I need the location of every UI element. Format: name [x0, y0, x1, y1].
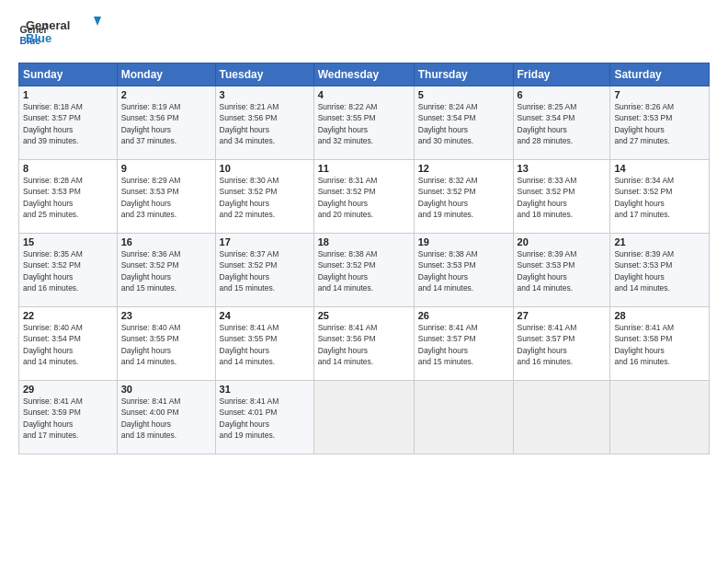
day-number: 27	[518, 310, 607, 321]
day-info: Sunrise: 8:18 AMSunset: 3:57 PMDaylight …	[23, 102, 83, 145]
calendar-cell: 11 Sunrise: 8:31 AMSunset: 3:52 PMDaylig…	[313, 160, 414, 234]
day-number: 30	[121, 384, 211, 395]
calendar-cell: 14 Sunrise: 8:34 AMSunset: 3:52 PMDaylig…	[610, 160, 710, 234]
calendar-cell: 9 Sunrise: 8:29 AMSunset: 3:53 PMDayligh…	[117, 160, 215, 234]
calendar-cell: 12 Sunrise: 8:32 AMSunset: 3:52 PMDaylig…	[414, 160, 513, 234]
calendar-cell: 17 Sunrise: 8:37 AMSunset: 3:52 PMDaylig…	[215, 234, 313, 307]
day-info: Sunrise: 8:32 AMSunset: 3:52 PMDaylight …	[418, 176, 478, 219]
calendar-cell	[513, 381, 610, 454]
svg-text:General: General	[26, 18, 70, 32]
weekday-header: Friday	[513, 63, 610, 86]
day-info: Sunrise: 8:26 AMSunset: 3:53 PMDaylight …	[614, 102, 674, 145]
calendar-cell: 3 Sunrise: 8:21 AMSunset: 3:56 PMDayligh…	[215, 86, 313, 160]
day-number: 16	[121, 236, 211, 247]
day-info: Sunrise: 8:41 AMSunset: 4:01 PMDaylight …	[220, 396, 279, 440]
day-number: 6	[518, 89, 607, 100]
day-number: 9	[121, 163, 211, 174]
day-number: 18	[318, 236, 410, 247]
logo: General Blue General Blue	[18, 15, 108, 55]
calendar-cell: 23 Sunrise: 8:40 AMSunset: 3:55 PMDaylig…	[117, 307, 215, 381]
day-number: 5	[418, 89, 509, 100]
day-info: Sunrise: 8:19 AMSunset: 3:56 PMDaylight …	[121, 102, 181, 145]
day-info: Sunrise: 8:36 AMSunset: 3:52 PMDaylight …	[121, 249, 181, 293]
day-info: Sunrise: 8:38 AMSunset: 3:53 PMDaylight …	[418, 249, 478, 293]
calendar-cell: 30 Sunrise: 8:41 AMSunset: 4:00 PMDaylig…	[117, 381, 215, 454]
calendar-cell: 4 Sunrise: 8:22 AMSunset: 3:55 PMDayligh…	[313, 86, 414, 160]
day-info: Sunrise: 8:29 AMSunset: 3:53 PMDaylight …	[121, 176, 181, 219]
day-number: 8	[23, 163, 113, 174]
calendar-cell: 16 Sunrise: 8:36 AMSunset: 3:52 PMDaylig…	[117, 234, 215, 307]
day-info: Sunrise: 8:41 AMSunset: 3:57 PMDaylight …	[518, 323, 577, 366]
calendar-cell: 20 Sunrise: 8:39 AMSunset: 3:53 PMDaylig…	[513, 234, 610, 307]
day-info: Sunrise: 8:37 AMSunset: 3:52 PMDaylight …	[220, 249, 279, 293]
day-info: Sunrise: 8:22 AMSunset: 3:55 PMDaylight …	[318, 102, 378, 145]
day-info: Sunrise: 8:40 AMSunset: 3:55 PMDaylight …	[121, 323, 181, 366]
calendar-week-row: 1 Sunrise: 8:18 AMSunset: 3:57 PMDayligh…	[19, 86, 710, 160]
day-info: Sunrise: 8:41 AMSunset: 3:57 PMDaylight …	[418, 323, 478, 366]
day-number: 13	[518, 163, 607, 174]
calendar-cell	[313, 381, 414, 454]
calendar-week-row: 15 Sunrise: 8:35 AMSunset: 3:52 PMDaylig…	[19, 234, 710, 307]
day-info: Sunrise: 8:30 AMSunset: 3:52 PMDaylight …	[220, 176, 279, 219]
weekday-header: Monday	[117, 63, 215, 86]
day-info: Sunrise: 8:39 AMSunset: 3:53 PMDaylight …	[614, 249, 674, 293]
day-info: Sunrise: 8:35 AMSunset: 3:52 PMDaylight …	[23, 249, 83, 293]
day-number: 4	[318, 89, 410, 100]
header: General Blue General Blue	[18, 15, 710, 55]
day-number: 3	[220, 89, 310, 100]
day-number: 14	[614, 163, 705, 174]
calendar-cell: 2 Sunrise: 8:19 AMSunset: 3:56 PMDayligh…	[117, 86, 215, 160]
calendar-week-row: 22 Sunrise: 8:40 AMSunset: 3:54 PMDaylig…	[19, 307, 710, 381]
day-info: Sunrise: 8:41 AMSunset: 3:56 PMDaylight …	[318, 323, 378, 366]
calendar-cell	[610, 381, 710, 454]
day-info: Sunrise: 8:41 AMSunset: 3:59 PMDaylight …	[23, 396, 83, 440]
day-number: 21	[614, 236, 705, 247]
calendar-cell: 31 Sunrise: 8:41 AMSunset: 4:01 PMDaylig…	[215, 381, 313, 454]
weekday-header: Wednesday	[313, 63, 414, 86]
day-number: 22	[23, 310, 113, 321]
calendar-cell: 26 Sunrise: 8:41 AMSunset: 3:57 PMDaylig…	[414, 307, 513, 381]
day-number: 23	[121, 310, 211, 321]
day-number: 31	[220, 384, 310, 395]
calendar-cell: 18 Sunrise: 8:38 AMSunset: 3:52 PMDaylig…	[313, 234, 414, 307]
calendar-cell: 19 Sunrise: 8:38 AMSunset: 3:53 PMDaylig…	[414, 234, 513, 307]
calendar-cell: 28 Sunrise: 8:41 AMSunset: 3:58 PMDaylig…	[610, 307, 710, 381]
day-info: Sunrise: 8:41 AMSunset: 3:58 PMDaylight …	[614, 323, 674, 366]
day-info: Sunrise: 8:41 AMSunset: 3:55 PMDaylight …	[220, 323, 279, 366]
day-info: Sunrise: 8:39 AMSunset: 3:53 PMDaylight …	[518, 249, 577, 293]
day-info: Sunrise: 8:21 AMSunset: 3:56 PMDaylight …	[220, 102, 279, 145]
weekday-header: Sunday	[19, 63, 118, 86]
calendar-cell: 24 Sunrise: 8:41 AMSunset: 3:55 PMDaylig…	[215, 307, 313, 381]
calendar-table: SundayMondayTuesdayWednesdayThursdayFrid…	[18, 63, 710, 454]
day-number: 15	[23, 236, 113, 247]
calendar-cell: 13 Sunrise: 8:33 AMSunset: 3:52 PMDaylig…	[513, 160, 610, 234]
day-number: 26	[418, 310, 509, 321]
calendar-cell: 10 Sunrise: 8:30 AMSunset: 3:52 PMDaylig…	[215, 160, 313, 234]
calendar-cell: 5 Sunrise: 8:24 AMSunset: 3:54 PMDayligh…	[414, 86, 513, 160]
calendar-cell: 29 Sunrise: 8:41 AMSunset: 3:59 PMDaylig…	[19, 381, 118, 454]
calendar-cell: 7 Sunrise: 8:26 AMSunset: 3:53 PMDayligh…	[610, 86, 710, 160]
calendar-cell: 27 Sunrise: 8:41 AMSunset: 3:57 PMDaylig…	[513, 307, 610, 381]
day-info: Sunrise: 8:28 AMSunset: 3:53 PMDaylight …	[23, 176, 83, 219]
day-info: Sunrise: 8:25 AMSunset: 3:54 PMDaylight …	[518, 102, 577, 145]
calendar-cell	[414, 381, 513, 454]
calendar-body: 1 Sunrise: 8:18 AMSunset: 3:57 PMDayligh…	[19, 86, 710, 454]
calendar-cell: 25 Sunrise: 8:41 AMSunset: 3:56 PMDaylig…	[313, 307, 414, 381]
day-number: 29	[23, 384, 113, 395]
day-number: 25	[318, 310, 410, 321]
calendar-cell: 8 Sunrise: 8:28 AMSunset: 3:53 PMDayligh…	[19, 160, 118, 234]
page: General Blue General Blue SundayMondayTu…	[0, 0, 728, 563]
day-number: 2	[121, 89, 211, 100]
logo-svg: General Blue	[26, 15, 108, 52]
day-number: 19	[418, 236, 509, 247]
day-number: 7	[614, 89, 705, 100]
day-number: 10	[220, 163, 310, 174]
calendar-cell: 21 Sunrise: 8:39 AMSunset: 3:53 PMDaylig…	[610, 234, 710, 307]
day-number: 24	[220, 310, 310, 321]
calendar-header-row: SundayMondayTuesdayWednesdayThursdayFrid…	[19, 63, 710, 86]
day-info: Sunrise: 8:38 AMSunset: 3:52 PMDaylight …	[318, 249, 378, 293]
calendar-cell: 1 Sunrise: 8:18 AMSunset: 3:57 PMDayligh…	[19, 86, 118, 160]
day-number: 20	[518, 236, 607, 247]
calendar-week-row: 8 Sunrise: 8:28 AMSunset: 3:53 PMDayligh…	[19, 160, 710, 234]
svg-text:Blue: Blue	[26, 31, 51, 45]
